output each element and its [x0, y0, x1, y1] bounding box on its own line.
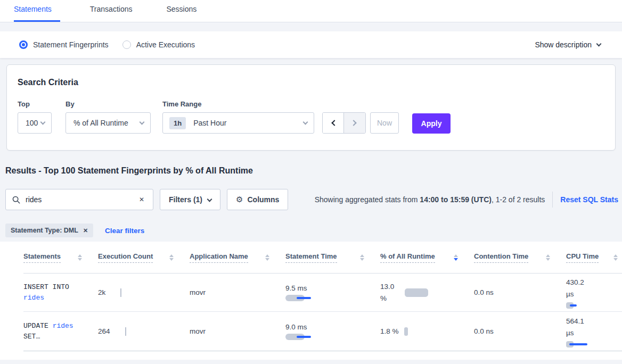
top-label: Top — [18, 100, 52, 108]
header-pct-of-all-runtime[interactable]: % of All Runtime — [380, 252, 474, 263]
statement-fingerprint[interactable]: UPDATE rides SET… — [23, 321, 98, 342]
summary-time-range: 14:00 to 15:59 (UTC) — [420, 195, 492, 204]
filter-tag[interactable]: Statement Type: DML ✕ — [5, 224, 93, 237]
table-row[interactable]: UPDATE rides SET… 264 movr 9.0 ms 1.8 % … — [23, 312, 622, 351]
page-tabs: Statements Transactions Sessions — [0, 0, 622, 22]
clear-filters-link[interactable]: Clear filters — [105, 227, 144, 235]
sort-icon[interactable] — [546, 254, 550, 261]
spacer-strip — [0, 22, 622, 31]
remove-filter-icon[interactable]: ✕ — [83, 227, 88, 234]
header-execution-count[interactable]: Execution Count — [98, 252, 190, 263]
statement-time-bar — [285, 295, 312, 301]
active-filters-row: Statement Type: DML ✕ Clear filters — [5, 224, 622, 237]
top-select[interactable]: 100 — [18, 112, 52, 134]
spacer-strip — [0, 58, 622, 64]
results-section: Results - Top 100 Statement Fingerprints… — [0, 166, 622, 360]
header-statement-time[interactable]: Statement Time — [285, 252, 380, 263]
summary-suffix: , 1-2 of 2 results — [492, 195, 545, 204]
next-window-button[interactable] — [344, 113, 365, 133]
sort-icon[interactable] — [169, 254, 174, 261]
header-contention-time[interactable]: Contention Time — [474, 252, 566, 263]
time-range-value: Past Hour — [193, 119, 226, 127]
cpu-time-bar — [566, 302, 591, 309]
cpu-time-cell: 430.2 µs — [566, 277, 622, 309]
card-title: Search Criteria — [18, 78, 604, 87]
filter-tag-label: Statement Type: DML — [11, 227, 78, 234]
results-controls: ✕ Filters (1) ⚙ Columns Showing aggregat… — [5, 189, 622, 210]
execution-count-cell: 2k — [98, 288, 190, 297]
cpu-time-bar — [566, 341, 591, 348]
statement-link[interactable]: rides — [23, 294, 44, 302]
chevron-right-icon — [350, 120, 356, 126]
cpu-time-cell: 564.1 µs — [566, 316, 622, 348]
by-field: By % of All Runtime — [66, 100, 151, 134]
top-select-value: 100 — [26, 119, 38, 127]
show-description-toggle[interactable]: Show description — [535, 40, 601, 49]
columns-label: Columns — [247, 195, 279, 204]
summary-prefix: Showing aggregated stats from — [315, 195, 420, 204]
header-cpu-time[interactable]: CPU Time — [566, 252, 622, 263]
chevron-down-icon — [207, 196, 212, 202]
previous-window-button[interactable] — [323, 113, 344, 133]
application-name-cell: movr — [190, 288, 285, 296]
execution-count-cell: 264 — [98, 327, 190, 336]
application-name-cell: movr — [190, 327, 285, 335]
statement-search-box[interactable]: ✕ — [5, 189, 153, 210]
sort-icon[interactable] — [613, 254, 618, 261]
chevron-down-icon — [140, 119, 145, 125]
table-header-row: Statements Execution Count Application N… — [23, 242, 622, 274]
count-bar — [125, 327, 126, 336]
radio-statement-fingerprints[interactable]: Statement Fingerprints — [19, 40, 109, 49]
runtime-pct-bar — [404, 327, 408, 336]
tab-sessions[interactable]: Sessions — [166, 5, 201, 22]
results-summary: Showing aggregated stats from 14:00 to 1… — [315, 195, 545, 204]
header-application-name[interactable]: Application Name — [190, 252, 285, 263]
chevron-down-icon — [40, 119, 46, 125]
gear-icon: ⚙ — [236, 195, 243, 204]
chevron-down-icon — [596, 41, 602, 46]
view-mode-bar: Statement Fingerprints Active Executions… — [0, 31, 622, 58]
filters-button[interactable]: Filters (1) — [160, 189, 220, 210]
apply-button[interactable]: Apply — [412, 113, 451, 134]
header-statements[interactable]: Statements — [23, 252, 98, 263]
radio-label: Active Executions — [136, 40, 195, 49]
by-label: By — [66, 100, 151, 108]
runtime-pct-bar — [405, 288, 428, 297]
by-select-value: % of All Runtime — [73, 119, 128, 127]
now-button[interactable]: Now — [370, 112, 399, 134]
runtime-pct-cell: 1.8 % — [380, 326, 474, 337]
time-range-label: Time Range — [162, 100, 314, 108]
filters-label: Filters (1) — [169, 195, 202, 204]
sort-icon-active[interactable] — [454, 254, 458, 261]
show-description-label: Show description — [535, 40, 592, 49]
radio-selected-icon[interactable] — [19, 40, 28, 49]
time-range-badge: 1h — [169, 117, 186, 129]
search-icon — [12, 196, 20, 204]
sort-icon[interactable] — [78, 254, 82, 261]
statement-time-cell: 9.5 ms — [285, 284, 380, 301]
radio-unselected-icon[interactable] — [122, 40, 131, 49]
radio-label: Statement Fingerprints — [33, 40, 109, 49]
by-select[interactable]: % of All Runtime — [66, 112, 151, 134]
radio-active-executions[interactable]: Active Executions — [122, 40, 195, 49]
vertical-divider — [552, 192, 553, 208]
chevron-down-icon — [303, 119, 308, 125]
sort-icon[interactable] — [265, 254, 269, 261]
statement-time-cell: 9.0 ms — [285, 323, 380, 340]
columns-button[interactable]: ⚙ Columns — [227, 189, 288, 210]
tab-transactions[interactable]: Transactions — [90, 5, 137, 22]
top-field: Top 100 — [18, 100, 52, 134]
clear-search-icon[interactable]: ✕ — [137, 195, 146, 204]
results-heading: Results - Top 100 Statement Fingerprints… — [5, 166, 622, 176]
time-window-nav — [322, 112, 366, 134]
table-row[interactable]: INSERT INTO rides 2k movr 9.5 ms 13.0 % … — [23, 274, 622, 312]
search-input[interactable] — [26, 195, 137, 204]
statement-link[interactable]: rides — [53, 322, 73, 330]
time-range-select[interactable]: 1h Past Hour — [162, 112, 314, 134]
reset-sql-stats-link[interactable]: Reset SQL Stats — [560, 195, 618, 204]
chevron-left-icon — [331, 120, 337, 126]
sort-icon[interactable] — [360, 254, 364, 261]
statement-fingerprint[interactable]: INSERT INTO rides — [23, 282, 98, 303]
contention-time-cell: 0.0 ns — [474, 288, 566, 296]
tab-statements[interactable]: Statements — [14, 5, 60, 22]
